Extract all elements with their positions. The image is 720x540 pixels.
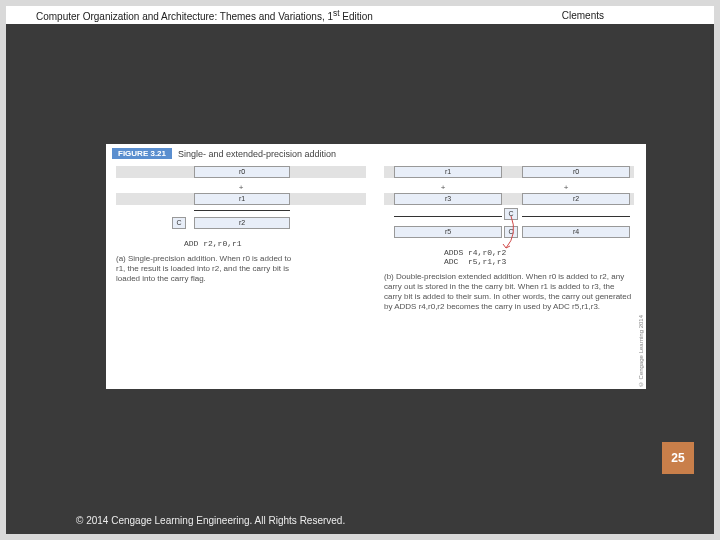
carry-box: C bbox=[504, 226, 518, 238]
reg-r2: r2 bbox=[522, 193, 630, 205]
result-row: r5 C r4 bbox=[384, 226, 634, 242]
reg-r2: r2 bbox=[194, 217, 290, 229]
row: r1 bbox=[116, 193, 366, 205]
carry-box: C bbox=[504, 208, 518, 220]
footer: © 2014 Cengage Learning Engineering. All… bbox=[6, 515, 714, 526]
slide: Computer Organization and Architecture: … bbox=[6, 6, 714, 534]
carry-mid-row: C bbox=[384, 210, 634, 226]
title-suffix: Edition bbox=[340, 11, 373, 22]
vertical-copyright: © Cengage Learning 2014 bbox=[638, 315, 644, 387]
plus-sign: + bbox=[384, 183, 502, 193]
figure: FIGURE 3.21 Single- and extended-precisi… bbox=[106, 144, 646, 389]
reg-r4: r4 bbox=[522, 226, 630, 238]
rule-line bbox=[522, 216, 630, 217]
row: r1 r0 bbox=[384, 166, 634, 178]
plus-sign: + bbox=[502, 183, 630, 193]
reg-r1: r1 bbox=[194, 193, 290, 205]
plus-sign: + bbox=[116, 183, 366, 193]
header-band: Computer Organization and Architecture: … bbox=[6, 6, 714, 24]
header-title: Computer Organization and Architecture: … bbox=[6, 8, 562, 22]
asm-single: ADD r2,r0,r1 bbox=[184, 239, 366, 248]
reg-r0: r0 bbox=[522, 166, 630, 178]
subcaption-b: (b) Double-precision extended addition. … bbox=[384, 272, 632, 312]
double-precision-column: r1 r0 + + r3 r2 C r5 C r4 bbox=[384, 166, 634, 312]
plus-row: + + bbox=[384, 183, 634, 193]
carry-box: C bbox=[172, 217, 186, 229]
asm-double: ADDS r4,r0,r2 ADC r5,r1,r3 bbox=[444, 248, 634, 266]
figure-label: FIGURE 3.21 bbox=[112, 148, 172, 159]
reg-r1: r1 bbox=[394, 166, 502, 178]
header-author: Clements bbox=[562, 10, 714, 21]
page-number-badge: 25 bbox=[662, 442, 694, 474]
figure-caption: Single- and extended-precision addition bbox=[178, 149, 336, 159]
title-prefix: Computer Organization and Architecture: … bbox=[36, 11, 333, 22]
reg-r3: r3 bbox=[394, 193, 502, 205]
reg-r5: r5 bbox=[394, 226, 502, 238]
rule-line bbox=[394, 216, 502, 217]
row: r3 r2 bbox=[384, 193, 634, 205]
row: r0 bbox=[116, 166, 366, 178]
footer-text: © 2014 Cengage Learning Engineering. All… bbox=[6, 515, 714, 526]
subcaption-a: (a) Single-precision addition. When r0 i… bbox=[116, 254, 296, 284]
rule-line bbox=[194, 210, 290, 211]
reg-r0: r0 bbox=[194, 166, 290, 178]
result-row: C r2 bbox=[116, 215, 366, 233]
single-precision-column: r0 + r1 C r2 ADD r2,r0,r1 (a) Single-pre… bbox=[116, 166, 366, 284]
